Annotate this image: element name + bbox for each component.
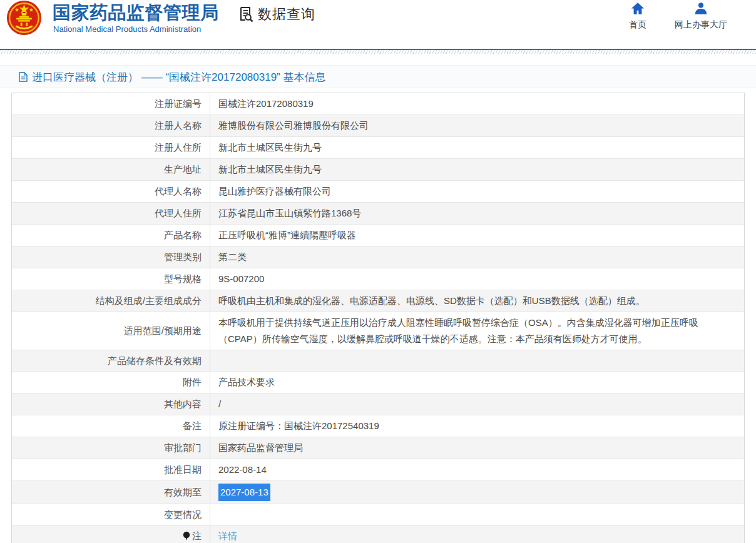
nav-home[interactable]: 首页 [623,2,653,31]
row-value: 2022-08-14 [210,459,744,480]
table-row-production-address: 生产地址 新北市土城区民生街九号 [12,159,744,181]
row-value: 产品技术要求 [210,372,744,393]
page-title-bar: 进口医疗器械（注册） —— “国械注许20172080319” 基本信息 [0,65,756,88]
row-value: 第二类 [210,246,744,268]
row-value [210,350,744,371]
nav-hall-label: 网上办事大厅 [670,19,732,31]
row-value: 新北市土城区民生街九号 [210,137,744,158]
table-row-model-spec: 型号规格 9S-007200 [12,268,744,290]
row-label: 生产地址 [12,159,210,180]
row-value: 昆山雅护医疗器械有限公司 [210,181,744,202]
row-value: 国家药品监督管理局 [210,437,744,459]
registration-info-table: 注册证编号 国械注许20172080319 注册人名称 雅博股份有限公司雅博股份… [11,93,745,543]
row-label: 变更情况 [12,504,210,525]
table-row-valid-until: 有效期至 2027-08-13 [12,481,744,504]
row-label: 批准日期 [12,459,210,480]
validity-date-selected-text: 2027-08-13 [218,484,270,501]
org-name-zh: 国家药品监督管理局 [53,1,219,26]
data-query-label: 数据查询 [258,5,315,24]
row-label: 有效期至 [12,481,210,504]
table-row-agent-name: 代理人名称 昆山雅护医疗器械有限公司 [12,181,744,203]
page-title: 进口医疗器械（注册） —— “国械注许20172080319” 基本信息 [32,71,326,83]
row-label: 备注 [12,415,210,437]
table-row-agent-address: 代理人住所 江苏省昆山市玉山镇紫竹路1368号 [12,203,744,225]
row-value: 雅博股份有限公司雅博股份有限公司 [210,115,744,136]
row-label: 注册证编号 [12,93,210,114]
data-query-nav[interactable]: 数据查询 [237,5,315,24]
home-icon [631,2,645,15]
table-row-product-name: 产品名称 正压呼吸机“雅博”連續陽壓呼吸器 [12,225,744,246]
row-value: 国械注许20172080319 [210,93,744,114]
row-label: 其他内容 [12,393,210,415]
row-label: 管理类别 [12,246,210,268]
row-label: 注 [12,525,210,543]
details-link[interactable]: 详情 [218,528,237,543]
table-row-intended-use: 适用范围/预期用途 本呼吸机用于提供持续气道正压用以治疗成人阻塞性睡眠呼吸暂停综… [12,312,744,350]
table-row-remarks: 备注 原注册证编号：国械注许20172540319 [12,415,744,437]
nav-home-label: 首页 [623,19,653,31]
table-row-approval-department: 审批部门 国家药品监督管理局 [12,437,744,459]
table-row-structure-composition: 结构及组成/主要组成成分 呼吸机由主机和集成的湿化器、电源适配器、电源线、SD数… [12,290,744,312]
table-row-storage-conditions: 产品储存条件及有效期 [12,350,744,372]
document-search-icon [237,6,255,23]
table-row-note: 注 详情 [12,525,744,543]
table-row-registrant-name: 注册人名称 雅博股份有限公司雅博股份有限公司 [12,115,744,137]
table-row-management-class: 管理类别 第二类 [12,246,744,268]
table-row-reg-number: 注册证编号 国械注许20172080319 [12,93,744,115]
row-label: 附件 [12,372,210,393]
row-label: 审批部门 [12,437,210,459]
row-value: 9S-007200 [210,268,744,290]
table-row-other-content: 其他内容 / [12,393,744,415]
table-row-change-status: 变更情况 [12,504,744,525]
note-label: 注 [192,528,202,543]
note-balloon-icon [183,531,190,541]
table-row-approval-date: 批准日期 2022-08-14 [12,459,744,481]
row-label: 型号规格 [12,268,210,290]
row-label: 产品储存条件及有效期 [12,350,210,371]
header-hatch-strip [0,50,756,54]
page-icon [19,72,28,82]
row-value: 2027-08-13 [210,481,744,504]
row-label: 注册人住所 [12,137,210,158]
org-name-en: National Medical Products Administration [53,24,201,34]
row-value: 原注册证编号：国械注许20172540319 [210,415,744,437]
nav-service-hall[interactable]: 网上办事大厅 [670,2,732,31]
row-value: 详情 [210,525,744,543]
row-label: 代理人住所 [12,203,210,224]
row-label: 注册人名称 [12,115,210,136]
user-icon [694,2,708,15]
site-header: 国家药品监督管理局 National Medical Products Admi… [0,0,756,49]
row-value: 呼吸机由主机和集成的湿化器、电源适配器、电源线、SD数据卡（选配）和USB数据线… [210,290,744,312]
row-value [210,504,744,525]
row-label: 产品名称 [12,225,210,246]
row-value: 正压呼吸机“雅博”連續陽壓呼吸器 [210,225,744,246]
row-label: 适用范围/预期用途 [12,312,210,350]
table-row-registrant-address: 注册人住所 新北市土城区民生街九号 [12,137,744,159]
row-label: 结构及组成/主要组成成分 [12,290,210,312]
row-label: 代理人名称 [12,181,210,202]
row-value: 江苏省昆山市玉山镇紫竹路1368号 [210,203,744,224]
row-value: 本呼吸机用于提供持续气道正压用以治疗成人阻塞性睡眠呼吸暂停综合症（OSA）。内含… [210,312,744,350]
nmpa-logo[interactable] [6,0,42,36]
row-value: 新北市土城区民生街九号 [210,159,744,180]
row-value: / [210,393,744,415]
national-emblem-icon [6,0,42,36]
table-row-attachments: 附件 产品技术要求 [12,372,744,393]
